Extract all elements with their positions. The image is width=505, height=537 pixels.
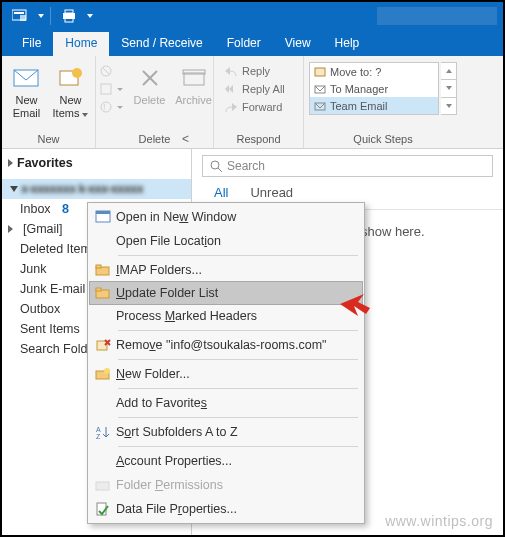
group-label-delete: Delete: [139, 131, 171, 148]
tab-file[interactable]: File: [10, 32, 53, 56]
ctx-process-marked-headers[interactable]: Process Marked Headers: [90, 304, 362, 328]
tab-help[interactable]: Help: [323, 32, 372, 56]
svg-point-21: [211, 161, 219, 169]
svg-rect-26: [96, 265, 101, 268]
nav-collapse-chevron-icon[interactable]: <: [182, 132, 189, 146]
ctx-imap-folders[interactable]: IMAP Folders...: [90, 258, 362, 282]
new-items-icon: [50, 62, 92, 94]
chevron-right-icon: [8, 159, 13, 167]
forward-button[interactable]: Forward: [220, 98, 297, 116]
tab-folder[interactable]: Folder: [215, 32, 273, 56]
account-label-masked: [377, 7, 497, 25]
mail-icon: [6, 62, 48, 94]
svg-rect-16: [184, 73, 204, 85]
cleanup-button[interactable]: [95, 80, 127, 98]
ctx-update-folder-list[interactable]: Update Folder List: [89, 281, 363, 305]
archive-icon: [173, 62, 215, 94]
new-folder-icon: [90, 367, 116, 381]
quick-steps-gallery[interactable]: Move to: ? To Manager Team Email: [309, 62, 439, 115]
svg-rect-28: [96, 288, 101, 291]
watermark: www.wintips.org: [385, 513, 493, 529]
favorites-header[interactable]: Favorites: [2, 153, 191, 173]
account-node[interactable]: x·xxxxxxx k·xxx-xxxxx: [2, 179, 191, 199]
tab-home[interactable]: Home: [53, 32, 109, 56]
qat-save-icon[interactable]: [8, 6, 32, 26]
ctx-folder-permissions: Folder Permissions: [90, 473, 362, 497]
qat-dropdown-icon[interactable]: [38, 14, 44, 18]
svg-rect-4: [65, 10, 73, 13]
qat-print-icon[interactable]: [57, 6, 81, 26]
svg-rect-1: [14, 12, 24, 14]
reply-button[interactable]: Reply: [220, 62, 297, 80]
svg-rect-2: [20, 15, 26, 21]
new-items-button[interactable]: New Items: [50, 60, 92, 119]
context-menu: Open in New Window Open File Location IM…: [87, 202, 365, 524]
properties-icon: [90, 502, 116, 516]
ctx-remove-account[interactable]: Remove "info@tsoukalas-rooms.com": [90, 333, 362, 357]
svg-rect-18: [315, 68, 325, 76]
qs-more[interactable]: [441, 98, 456, 114]
tab-view[interactable]: View: [273, 32, 323, 56]
svg-text:Z: Z: [96, 433, 101, 439]
ctx-sort-subfolders[interactable]: AZ Sort Subfolders A to Z: [90, 420, 362, 444]
svg-rect-24: [96, 211, 110, 214]
ctx-data-file-properties[interactable]: Data File Properties...: [90, 497, 362, 521]
reply-all-button[interactable]: Reply All: [220, 80, 297, 98]
svg-line-22: [218, 168, 222, 172]
qs-scroll-down[interactable]: [441, 80, 456, 97]
ignore-button[interactable]: [95, 62, 127, 80]
new-email-button[interactable]: New Email: [6, 60, 48, 119]
search-input[interactable]: Search: [202, 155, 493, 177]
svg-point-33: [104, 368, 110, 374]
chevron-down-icon: [10, 186, 18, 192]
tab-send-receive[interactable]: Send / Receive: [109, 32, 214, 56]
qat-print-dropdown-icon[interactable]: [87, 14, 93, 18]
window-icon: [90, 210, 116, 224]
ctx-new-folder[interactable]: New Folder...: [90, 362, 362, 386]
ctx-open-file-location[interactable]: Open File Location: [90, 229, 362, 253]
remove-icon: [90, 338, 116, 352]
search-icon: [209, 159, 223, 173]
group-label-respond: Respond: [236, 131, 280, 148]
folder-settings-icon: [90, 263, 116, 277]
junk-dropdown[interactable]: !: [95, 98, 127, 116]
ribbon: New Email New Items New ! Delete: [2, 56, 503, 149]
group-label-new: New: [37, 131, 59, 148]
title-bar: [2, 2, 503, 30]
ctx-open-new-window[interactable]: Open in New Window: [90, 205, 362, 229]
svg-rect-37: [96, 482, 109, 490]
permissions-icon: [90, 478, 116, 492]
svg-marker-39: [340, 294, 370, 316]
delete-button[interactable]: Delete: [129, 60, 171, 107]
qs-scroll-up[interactable]: [441, 63, 456, 80]
svg-rect-11: [101, 84, 111, 94]
svg-text:!: !: [103, 102, 106, 112]
svg-point-8: [72, 68, 82, 78]
ribbon-tabs: File Home Send / Receive Folder View Hel…: [2, 30, 503, 56]
group-label-quicksteps: Quick Steps: [353, 131, 412, 148]
svg-text:A: A: [96, 426, 101, 433]
ctx-account-properties[interactable]: Account Properties...: [90, 449, 362, 473]
archive-button[interactable]: Archive: [173, 60, 215, 107]
ctx-add-favorites[interactable]: Add to Favorites: [90, 391, 362, 415]
delete-icon: [129, 62, 171, 94]
refresh-folder-icon: [90, 286, 116, 300]
annotation-cursor-arrow: [338, 290, 372, 318]
sort-az-icon: AZ: [90, 425, 116, 439]
svg-line-10: [102, 67, 110, 75]
